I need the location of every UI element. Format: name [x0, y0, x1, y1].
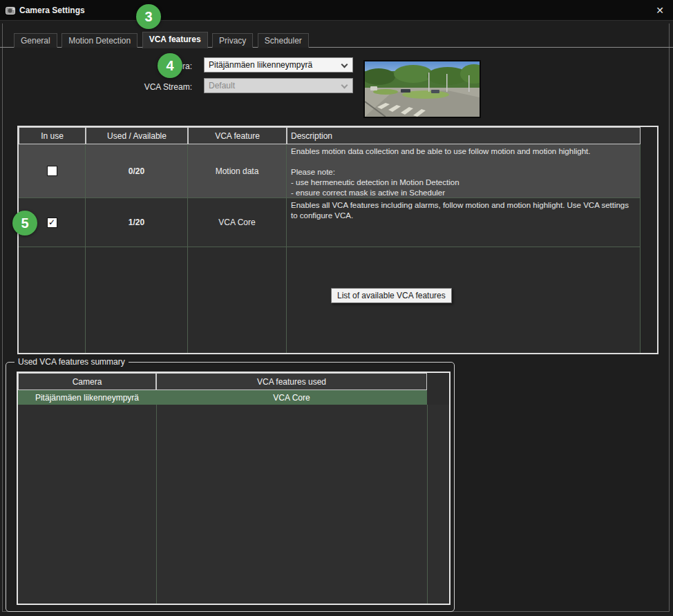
header-vca-features-used: VCA features used [156, 373, 427, 390]
tooltip: List of available VCA features [331, 288, 452, 303]
table-empty-area [19, 247, 641, 353]
camera-settings-icon [6, 6, 16, 18]
callout-4: 4 [158, 53, 182, 78]
window-title: Camera Settings [19, 6, 85, 15]
column-separator [427, 405, 428, 604]
vca-table-header: In use Used / Available VCA feature Desc… [19, 127, 641, 144]
camera-select[interactable]: Pitäjänmäen liikenneympyrä [204, 57, 353, 73]
tab-scheduler[interactable]: Scheduler [258, 33, 309, 48]
summary-row-selected[interactable]: Pitäjänmäen liikenneympyrä VCA Core [18, 390, 449, 405]
column-separator [156, 405, 157, 604]
summary-features-used: VCA Core [156, 390, 427, 405]
callout-5: 5 [12, 211, 37, 235]
table-row-vca-core: ✓ 1/20 VCA Core Enables all VCA features… [19, 198, 641, 247]
group-label: Used VCA features summary [15, 357, 129, 367]
header-vca-feature: VCA feature [188, 127, 287, 144]
camera-select-value: Pitäjänmäen liikenneympyrä [209, 60, 312, 70]
vca-stream-label: VCA Stream: [109, 82, 192, 92]
tab-motion-detection[interactable]: Motion Detection [61, 33, 138, 48]
vca-features-table: In use Used / Available VCA feature Desc… [17, 126, 658, 354]
camera-preview-thumbnail [363, 60, 481, 118]
vca-feature-description: Enables motion data collection and be ab… [287, 144, 641, 198]
callout-3: 3 [136, 4, 161, 29]
tab-vca-features[interactable]: VCA features [142, 32, 208, 48]
camera-settings-dialog: Camera Settings ✕ General Motion Detecti… [0, 0, 673, 616]
used-vca-summary-table: Camera VCA features used Pitäjänmäen lii… [17, 372, 451, 605]
header-in-use: In use [19, 127, 86, 144]
vca-feature-description: Enables all VCA features including alarm… [287, 198, 641, 247]
title-bar: Camera Settings ✕ [0, 0, 673, 21]
summary-camera-name: Pitäjänmäen liikenneympyrä [18, 390, 156, 405]
used-available-value: 0/20 [86, 144, 188, 198]
vca-stream-select-value: Default [209, 81, 235, 90]
vca-stream-select: Default [204, 78, 353, 93]
header-camera: Camera [18, 373, 156, 390]
vca-feature-name: VCA Core [188, 198, 287, 247]
tab-bar: General Motion Detection VCA features Pr… [0, 32, 673, 48]
in-use-checkbox-motion-data[interactable] [47, 166, 57, 176]
used-vca-summary-group: Used VCA features summary Camera VCA fea… [6, 362, 455, 612]
table-right-gutter [641, 127, 657, 353]
in-use-checkbox-vca-core[interactable]: ✓ [47, 218, 57, 228]
summary-table-header: Camera VCA features used [18, 373, 449, 390]
tab-general[interactable]: General [14, 33, 57, 48]
vca-feature-name: Motion data [188, 144, 287, 198]
tab-privacy[interactable]: Privacy [212, 33, 253, 48]
chevron-down-icon [341, 82, 348, 89]
used-available-value: 1/20 [86, 198, 188, 247]
summary-header-gutter [427, 373, 449, 390]
header-used-available: Used / Available [86, 127, 188, 144]
chevron-down-icon [341, 61, 348, 68]
close-icon[interactable]: ✕ [654, 4, 666, 17]
table-row-motion-data: 0/20 Motion data Enables motion data col… [19, 144, 641, 198]
header-description: Description [287, 127, 641, 144]
